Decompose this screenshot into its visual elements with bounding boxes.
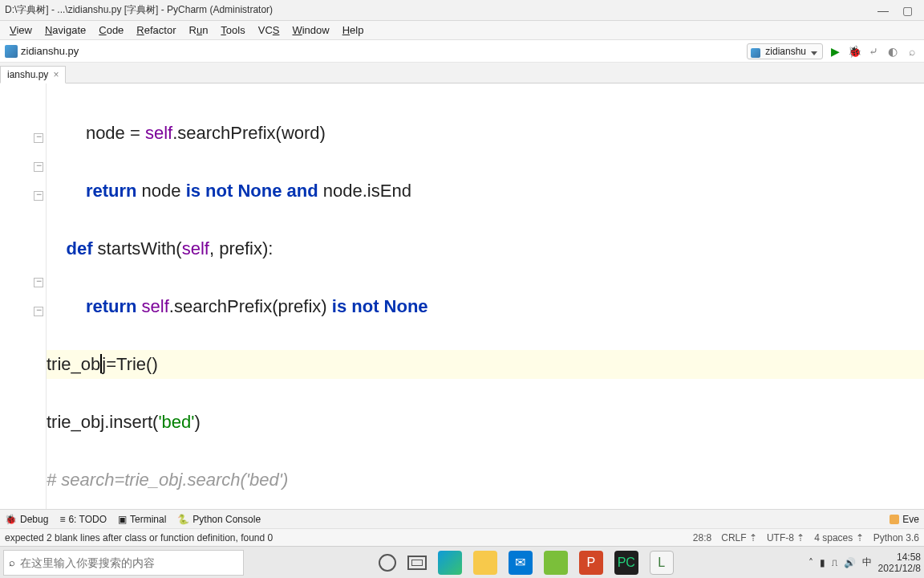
mail-icon[interactable]: ✉ bbox=[509, 551, 533, 575]
menu-bar: View Navigate Code Refactor Run Tools VC… bbox=[0, 21, 924, 40]
tray-volume-icon[interactable]: 🔊 bbox=[844, 557, 856, 568]
tray-network-icon[interactable]: ⎍ bbox=[832, 557, 837, 568]
status-interpreter[interactable]: Python 3.6 bbox=[873, 532, 919, 543]
fold-marker[interactable] bbox=[34, 278, 43, 287]
menu-run[interactable]: Run bbox=[184, 22, 213, 38]
event-log-warn-icon bbox=[890, 515, 899, 524]
debug-button[interactable]: 🐞 bbox=[847, 44, 861, 59]
run-config-selector[interactable]: zidianshu bbox=[747, 43, 823, 59]
run-config-label: zidianshu bbox=[765, 46, 806, 57]
camtasia-icon[interactable] bbox=[544, 551, 568, 575]
minimize-button[interactable]: — bbox=[871, 4, 895, 17]
system-tray[interactable]: ˄ ▮ ⎍ 🔊 中 14:58 2021/12/8 bbox=[808, 552, 921, 574]
profile-button[interactable]: ◐ bbox=[886, 44, 900, 59]
menu-refactor[interactable]: Refactor bbox=[132, 22, 180, 38]
status-indent[interactable]: 4 spaces ⇡ bbox=[814, 532, 863, 543]
tool-event-log-button[interactable]: Eve bbox=[902, 514, 919, 525]
fold-marker[interactable] bbox=[34, 307, 43, 316]
status-line-separator[interactable]: CRLF ⇡ bbox=[721, 532, 757, 543]
tab-label: ianshu.py bbox=[7, 69, 48, 80]
tool-todo-button[interactable]: ≡ 6: TODO bbox=[59, 514, 107, 525]
windows-taskbar: ⌕ ✉ P PC L ˄ ▮ ⎍ 🔊 中 14:58 2021/12/8 bbox=[0, 546, 924, 578]
python-file-icon bbox=[5, 45, 18, 58]
editor-tab-active[interactable]: ianshu.py × bbox=[0, 66, 66, 83]
file-explorer-icon[interactable] bbox=[473, 551, 497, 575]
powerpoint-icon[interactable]: P bbox=[579, 551, 603, 575]
task-view-icon[interactable] bbox=[407, 556, 427, 570]
clock-time: 14:58 bbox=[878, 552, 921, 563]
menu-help[interactable]: Help bbox=[338, 22, 369, 38]
menu-code[interactable]: Code bbox=[94, 22, 128, 38]
app-icon[interactable]: L bbox=[650, 551, 674, 575]
editor-tabs: ianshu.py × bbox=[0, 63, 924, 83]
close-tab-icon[interactable]: × bbox=[53, 69, 59, 80]
tray-ime[interactable]: 中 bbox=[862, 556, 872, 569]
tool-python-console-button[interactable]: 🐍 Python Console bbox=[177, 514, 261, 525]
breadcrumb[interactable]: zidianshu.py bbox=[21, 45, 79, 57]
tool-debug-button[interactable]: 🐞 Debug bbox=[5, 514, 48, 525]
title-bar: D:\字典树] - ...\zidianshu.py [字典树] - PyCha… bbox=[0, 0, 924, 21]
tool-window-bar: 🐞 Debug ≡ 6: TODO ▣ Terminal 🐍 Python Co… bbox=[0, 509, 924, 528]
clock-date: 2021/12/8 bbox=[878, 563, 921, 574]
menu-vcs[interactable]: VCS bbox=[253, 22, 285, 38]
search-everywhere-button[interactable]: ⌕ bbox=[905, 44, 919, 59]
search-icon: ⌕ bbox=[9, 556, 15, 568]
fold-marker[interactable] bbox=[34, 133, 43, 143]
pycharm-icon[interactable]: PC bbox=[614, 551, 638, 575]
code-editor[interactable]: node = self.searchPrefix(word) return no… bbox=[0, 83, 924, 509]
menu-view[interactable]: View bbox=[5, 22, 37, 38]
status-message: expected 2 blank lines after class or fu… bbox=[5, 532, 693, 543]
cortana-icon[interactable] bbox=[379, 554, 396, 572]
status-caret[interactable]: 28:8 bbox=[693, 532, 711, 543]
menu-window[interactable]: Window bbox=[287, 22, 334, 38]
maximize-button[interactable]: ▢ bbox=[895, 4, 919, 17]
edge-icon[interactable] bbox=[438, 551, 462, 575]
gutter[interactable] bbox=[0, 83, 47, 509]
tray-battery-icon[interactable]: ▮ bbox=[820, 557, 825, 568]
taskbar-clock[interactable]: 14:58 2021/12/8 bbox=[878, 552, 921, 574]
menu-tools[interactable]: Tools bbox=[216, 22, 249, 38]
coverage-button[interactable]: ⤶ bbox=[866, 44, 881, 59]
tray-chevron-up-icon[interactable]: ˄ bbox=[808, 557, 813, 568]
code-area[interactable]: node = self.searchPrefix(word) return no… bbox=[47, 83, 924, 509]
run-button[interactable]: ▶ bbox=[828, 44, 842, 59]
fold-marker[interactable] bbox=[34, 162, 43, 172]
tool-terminal-button[interactable]: ▣ Terminal bbox=[118, 514, 166, 525]
search-input[interactable] bbox=[20, 556, 238, 569]
menu-navigate[interactable]: Navigate bbox=[40, 22, 91, 38]
fold-marker[interactable] bbox=[34, 191, 43, 201]
taskbar-search[interactable]: ⌕ bbox=[3, 550, 244, 576]
status-bar: expected 2 blank lines after class or fu… bbox=[0, 528, 924, 546]
status-encoding[interactable]: UTF-8 ⇡ bbox=[767, 532, 804, 543]
window-title: D:\字典树] - ...\zidianshu.py [字典树] - PyCha… bbox=[5, 3, 871, 17]
navigation-bar: zidianshu.py zidianshu ▶ 🐞 ⤶ ◐ ⌕ bbox=[0, 40, 924, 63]
